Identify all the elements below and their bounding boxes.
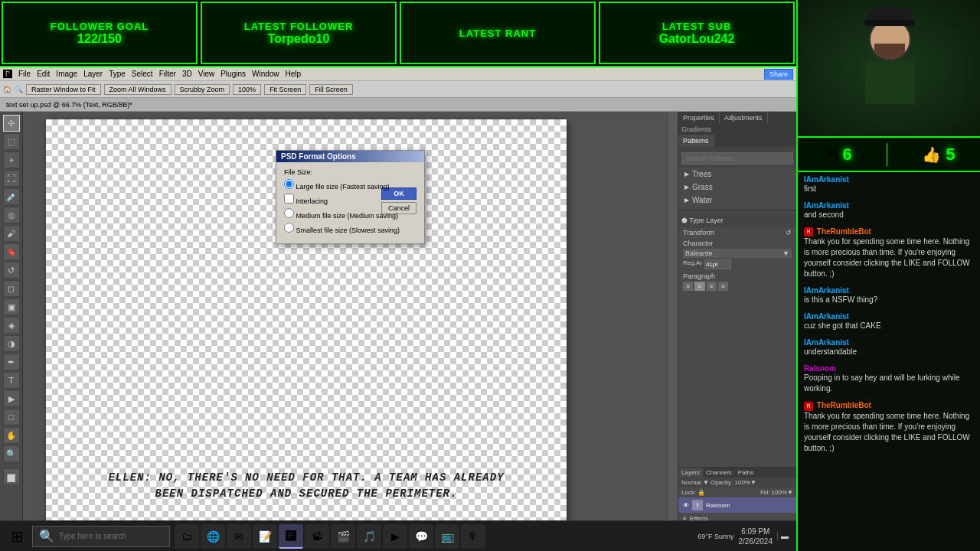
ps-options-bar: 🏠 🔍 Raster Window to Fit Zoom All Window… [0,81,796,98]
layer-text-item[interactable]: 👁 T Ralsnom [678,497,796,513]
dialog-title: PSD Format Options [276,151,424,162]
chat-username-1: IAmArkanist [804,175,849,184]
crop-tool[interactable]: ⛶ [3,170,20,187]
zoom-all-button[interactable]: Zoom All Windows [104,84,172,95]
fit-screen-button[interactable]: Fit Screen [264,84,306,95]
lock-icon[interactable]: 🔒 [697,489,705,496]
bot-badge-8: R [804,402,813,411]
taskbar-app-rumble[interactable]: 📺 [435,524,459,549]
align-left[interactable]: ≡ [683,282,693,291]
dialog-body: File Size: Large file size (Fastest savi… [276,162,424,243]
radio-large[interactable] [284,179,294,189]
panel-tabs: Properties Adjustments [678,112,796,124]
search-patterns-input[interactable] [681,152,793,165]
blur-tool[interactable]: ◈ [3,317,20,334]
font-size-input[interactable] [704,259,731,269]
search-icon[interactable]: 🔍 [15,86,23,93]
start-button[interactable]: ⊞ [3,524,31,549]
taskbar-app-discord[interactable]: 💬 [409,524,433,549]
canvas-scroll-area[interactable]: PSD Format Options File Size: Large file… [23,112,678,534]
share-button[interactable]: Share [764,69,793,80]
align-right[interactable]: ≡ [707,282,717,291]
taskbar-app-premiere[interactable]: 📽 [305,524,329,549]
taskbar-app-photoshop[interactable]: 🅿 [279,524,303,549]
taskbar-app-obs[interactable]: 🎙 [461,524,485,549]
chat-text-6: understandable [804,347,974,357]
zoom-tool-icon[interactable]: 🔍 [3,445,20,462]
menu-help[interactable]: Help [286,70,302,78]
latest-rant-label: LATEST RANT [459,28,536,39]
taskbar-app-mail[interactable]: ✉ [227,524,251,549]
font-selector[interactable]: Baleante ▼ [683,249,792,258]
fill-screen-button[interactable]: Fill Screen [309,84,353,95]
home-icon[interactable]: 🏠 [3,86,11,93]
dodge-tool[interactable]: ◑ [3,335,20,352]
ps-document-tab[interactable]: text set up.psd @ 66.7% (Text, RGB/8B)* [0,98,796,112]
radio-small[interactable] [284,223,294,233]
align-justify[interactable]: ≡ [718,282,728,291]
eyedropper-tool[interactable]: 💉 [3,188,20,205]
menu-layer[interactable]: Layer [83,70,103,78]
tab-patterns[interactable]: Patterns [678,135,714,147]
menu-filter[interactable]: Filter [159,70,176,78]
checkbox-interlacing[interactable] [284,194,294,204]
taskbar-app-notepad[interactable]: 📝 [253,524,277,549]
clone-stamp-tool[interactable]: 🔖 [3,243,20,260]
taskbar-app-media[interactable]: ▶ [383,524,407,549]
channels-tab[interactable]: Channels [703,468,735,478]
tab-gradients[interactable]: Gradients [678,124,796,135]
text-tool[interactable]: T [3,372,20,389]
gradient-tool[interactable]: ▣ [3,298,20,315]
lasso-tool[interactable]: ⌖ [3,152,20,168]
pattern-grass[interactable]: Grass [678,181,796,194]
font-size-label: Reg.Ar [683,259,702,269]
menu-image[interactable]: Image [56,70,77,78]
menu-type[interactable]: Type [109,70,126,78]
menu-window[interactable]: Window [252,70,279,78]
menu-plugins[interactable]: Plugins [220,70,246,78]
option-small[interactable]: Smallest file size (Slowest saving) [284,223,416,234]
menu-3d[interactable]: 3D [182,70,192,78]
tab-adjustments[interactable]: Adjustments [720,112,768,124]
eraser-tool[interactable]: ◻ [3,280,20,297]
brush-tool[interactable]: 🖌 [3,225,20,242]
align-center[interactable]: ≡ [694,282,704,291]
tab-properties[interactable]: Properties [678,112,720,124]
raster-window-button[interactable]: Raster Window to Fit [26,84,101,95]
history-brush-tool[interactable]: ↺ [3,262,20,279]
scrubby-zoom-button[interactable]: Scrubby Zoom [175,84,230,95]
show-desktop-button[interactable]: ▬ [777,532,789,540]
taskbar-search-input[interactable] [59,532,163,540]
selection-tool[interactable]: ⬚ [3,133,20,150]
option-medium[interactable]: Medium file size (Medium saving) [284,208,416,220]
menu-edit[interactable]: Edit [37,70,50,78]
pattern-water[interactable]: Water [678,194,796,207]
spot-heal-tool[interactable]: ◎ [3,207,20,223]
transform-icon[interactable]: ↺ [786,229,792,236]
menu-select[interactable]: Select [132,70,153,78]
path-selection-tool[interactable]: ▶ [3,390,20,407]
shape-tool[interactable]: □ [3,409,20,425]
taskbar-app-edge[interactable]: 🌐 [201,524,225,549]
chat-message-1: IAmArkanist first [798,172,980,198]
layers-tab[interactable]: Layers [678,468,703,478]
search-bar[interactable]: 🔍 [32,526,170,547]
move-tool[interactable]: ✣ [3,115,20,132]
fg-bg-colors[interactable]: ◼ [3,468,20,485]
taskbar-app-aftereffects[interactable]: 🎬 [331,524,355,549]
paths-tab[interactable]: Paths [735,468,756,478]
hand-tool[interactable]: ✋ [3,427,20,444]
menu-view[interactable]: View [198,70,215,78]
taskbar-app-explorer[interactable]: 🗂 [175,524,199,549]
pattern-trees[interactable]: Trees [678,168,796,181]
radio-medium[interactable] [284,208,294,218]
layer-visibility-icon[interactable]: 👁 [683,502,689,509]
chat-username-6: IAmArkanist [804,338,849,347]
vertical-scrollbar[interactable] [667,112,678,523]
taskbar-app-audition[interactable]: 🎵 [357,524,381,549]
menu-file[interactable]: File [18,70,31,78]
blending-mode[interactable]: Normal ▼ [681,479,709,486]
pen-tool[interactable]: ✒ [3,354,20,370]
ps-canvas-area: ✣ ⬚ ⌖ ⛶ 💉 ◎ 🖌 🔖 ↺ ◻ ▣ ◈ ◑ ✒ T ▶ □ ✋ 🔍 ◼ [0,112,796,534]
zoom-100-button[interactable]: 100% [233,84,261,95]
